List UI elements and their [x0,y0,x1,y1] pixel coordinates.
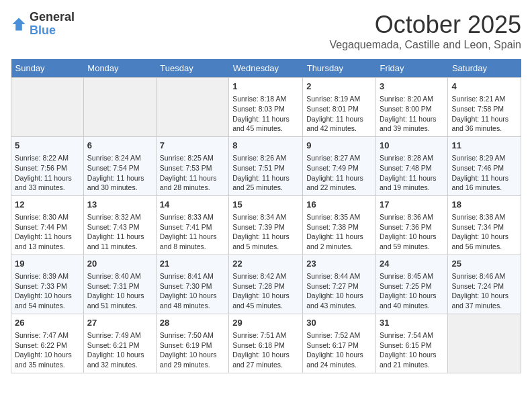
calendar-day-header: Saturday [448,59,521,78]
cell-text: Daylight: 11 hours and 8 minutes. [160,232,225,251]
cell-text: Sunrise: 8:20 AM [380,94,444,104]
cell-text: Sunset: 7:31 PM [87,281,152,291]
cell-text: Sunrise: 8:46 AM [451,271,517,281]
calendar-cell: 7Sunrise: 8:25 AMSunset: 7:53 PMDaylight… [156,136,228,195]
calendar-cell: 29Sunrise: 7:51 AMSunset: 6:18 PMDayligh… [229,314,303,373]
calendar-cell: 12Sunrise: 8:30 AMSunset: 7:44 PMDayligh… [11,195,84,255]
cell-text: Sunrise: 8:27 AM [306,153,372,163]
cell-text: Sunrise: 8:25 AM [160,153,225,163]
cell-text: Sunset: 7:34 PM [451,222,517,232]
logo: General Blue [11,11,75,38]
calendar-cell: 11Sunrise: 8:29 AMSunset: 7:46 PMDayligh… [448,136,521,195]
calendar-cell: 18Sunrise: 8:38 AMSunset: 7:34 PMDayligh… [448,195,521,255]
cell-text: Sunset: 7:38 PM [306,222,372,232]
cell-text: Sunset: 8:01 PM [306,104,372,114]
svg-marker-0 [12,17,25,30]
cell-text: Sunset: 7:39 PM [232,222,299,232]
cell-text: Daylight: 11 hours and 33 minutes. [15,173,80,193]
cell-text: Sunrise: 8:45 AM [380,271,444,281]
calendar-cell: 13Sunrise: 8:32 AMSunset: 7:43 PMDayligh… [83,195,156,255]
cell-text: Sunset: 6:19 PM [160,340,225,351]
calendar-cell: 19Sunrise: 8:39 AMSunset: 7:33 PMDayligh… [11,255,84,314]
cell-text: Sunrise: 8:29 AM [451,153,517,163]
cell-text: Sunset: 7:41 PM [160,222,225,232]
cell-text: Sunset: 7:58 PM [451,104,517,114]
calendar-cell: 20Sunrise: 8:40 AMSunset: 7:31 PMDayligh… [83,255,156,314]
cell-text: Daylight: 10 hours and 24 minutes. [306,350,372,369]
calendar-day-header: Friday [375,59,447,78]
cell-text: Sunset: 7:43 PM [87,222,152,232]
calendar-cell [11,78,84,137]
calendar-cell: 22Sunrise: 8:42 AMSunset: 7:28 PMDayligh… [229,255,303,314]
cell-text: Daylight: 10 hours and 54 minutes. [15,291,80,310]
calendar-cell: 26Sunrise: 7:47 AMSunset: 6:22 PMDayligh… [11,314,84,373]
cell-text: Daylight: 11 hours and 39 minutes. [380,114,444,134]
cell-text: Sunset: 7:36 PM [380,222,444,232]
cell-text: Daylight: 10 hours and 48 minutes. [160,291,225,310]
calendar-cell: 2Sunrise: 8:19 AMSunset: 8:01 PMDaylight… [303,78,376,137]
cell-text: Daylight: 10 hours and 27 minutes. [232,350,299,369]
cell-text: Sunrise: 7:51 AM [232,330,299,340]
calendar-week-row: 26Sunrise: 7:47 AMSunset: 6:22 PMDayligh… [11,314,521,373]
day-number: 4 [451,81,517,93]
calendar-cell: 5Sunrise: 8:22 AMSunset: 7:56 PMDaylight… [11,136,84,195]
calendar-cell: 9Sunrise: 8:27 AMSunset: 7:49 PMDaylight… [303,136,376,195]
calendar-table: SundayMondayTuesdayWednesdayThursdayFrid… [11,59,521,373]
cell-text: Sunset: 7:54 PM [87,163,152,173]
cell-text: Sunrise: 7:54 AM [380,330,444,340]
calendar-cell: 3Sunrise: 8:20 AMSunset: 8:00 PMDaylight… [375,78,447,137]
cell-text: Daylight: 10 hours and 32 minutes. [87,350,152,369]
calendar-cell: 17Sunrise: 8:36 AMSunset: 7:36 PMDayligh… [375,195,447,255]
cell-text: Daylight: 11 hours and 2 minutes. [306,232,372,251]
cell-text: Sunrise: 8:26 AM [232,153,299,163]
cell-text: Sunrise: 8:38 AM [451,212,517,222]
calendar-week-row: 1Sunrise: 8:18 AMSunset: 8:03 PMDaylight… [11,78,521,137]
calendar-cell: 14Sunrise: 8:33 AMSunset: 7:41 PMDayligh… [156,195,228,255]
day-number: 2 [306,81,372,93]
calendar-cell: 1Sunrise: 8:18 AMSunset: 8:03 PMDaylight… [229,78,303,137]
cell-text: Daylight: 10 hours and 37 minutes. [451,291,517,310]
logo-blue-text: Blue [30,24,75,38]
day-number: 1 [232,81,299,93]
cell-text: Daylight: 10 hours and 21 minutes. [380,350,444,369]
cell-text: Daylight: 10 hours and 56 minutes. [451,232,517,251]
calendar-body: 1Sunrise: 8:18 AMSunset: 8:03 PMDaylight… [11,78,521,373]
day-number: 12 [15,199,80,211]
day-number: 24 [380,258,444,270]
cell-text: Sunset: 6:18 PM [232,340,299,351]
cell-text: Sunrise: 8:41 AM [160,271,225,281]
cell-text: Sunset: 6:17 PM [306,340,372,351]
calendar-week-row: 12Sunrise: 8:30 AMSunset: 7:44 PMDayligh… [11,195,521,255]
cell-text: Sunrise: 8:42 AM [232,271,299,281]
calendar-cell: 23Sunrise: 8:44 AMSunset: 7:27 PMDayligh… [303,255,376,314]
cell-text: Sunrise: 8:34 AM [232,212,299,222]
day-number: 14 [160,199,225,211]
calendar-cell [156,78,228,137]
day-number: 13 [87,199,152,211]
cell-text: Sunset: 7:33 PM [15,281,80,291]
cell-text: Daylight: 10 hours and 29 minutes. [160,350,225,369]
day-number: 25 [451,258,517,270]
calendar-week-row: 5Sunrise: 8:22 AMSunset: 7:56 PMDaylight… [11,136,521,195]
day-number: 20 [87,258,152,270]
day-number: 22 [232,258,299,270]
cell-text: Daylight: 11 hours and 5 minutes. [232,232,299,251]
cell-text: Sunset: 8:00 PM [380,104,444,114]
day-number: 6 [87,140,152,152]
cell-text: Sunrise: 8:30 AM [15,212,80,222]
calendar-header-row: SundayMondayTuesdayWednesdayThursdayFrid… [11,59,521,78]
day-number: 21 [160,258,225,270]
cell-text: Daylight: 11 hours and 36 minutes. [451,114,517,134]
title-area: October 2025 Vegaquemada, Castille and L… [329,11,521,51]
cell-text: Sunset: 7:51 PM [232,163,299,173]
calendar-cell: 31Sunrise: 7:54 AMSunset: 6:15 PMDayligh… [375,314,447,373]
cell-text: Sunrise: 8:44 AM [306,271,372,281]
calendar-cell: 8Sunrise: 8:26 AMSunset: 7:51 PMDaylight… [229,136,303,195]
calendar-cell: 10Sunrise: 8:28 AMSunset: 7:48 PMDayligh… [375,136,447,195]
cell-text: Sunrise: 8:22 AM [15,153,80,163]
day-number: 15 [232,199,299,211]
cell-text: Sunset: 7:44 PM [15,222,80,232]
cell-text: Daylight: 10 hours and 45 minutes. [232,291,299,310]
cell-text: Sunset: 8:03 PM [232,104,299,114]
calendar-day-header: Monday [83,59,156,78]
